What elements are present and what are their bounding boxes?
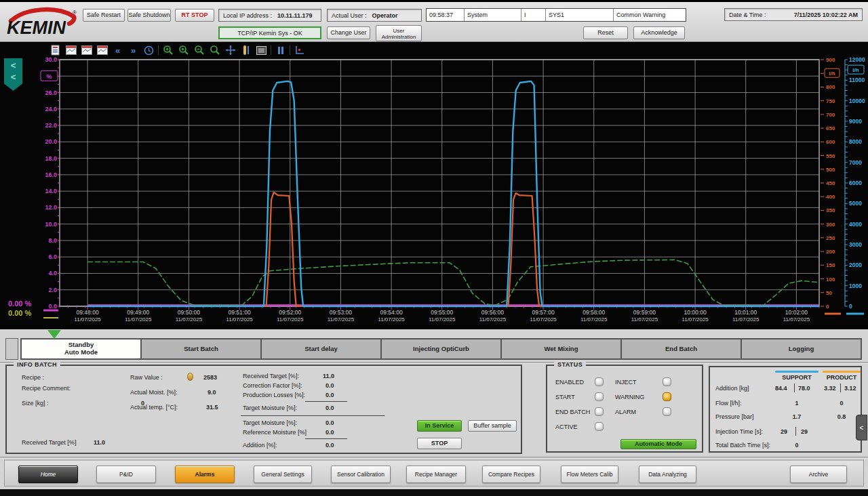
user-administration-button[interactable]: User Administration [376, 25, 422, 41]
svg-text:11/07/2025: 11/07/2025 [580, 316, 608, 323]
value-divider [794, 384, 795, 392]
trend-chart-region[interactable]: « » << 30.026.024.022.020.0 [0, 42, 868, 329]
sum-line [305, 401, 347, 402]
alarm-banner[interactable]: 09:58:37 System I SYS1 Common Warning [426, 8, 686, 22]
nav-flow-meters-calib-button[interactable]: Flow Meters Calib [561, 466, 618, 483]
hmi-screen: KEMIN ® Safe Restart Safe Shutdown RT ST… [0, 0, 868, 496]
nav-general-settings-button[interactable]: General Settings [254, 466, 312, 483]
svg-text:9000: 9000 [849, 118, 862, 125]
svg-text:09:59:00: 09:59:00 [633, 309, 656, 316]
svg-text:900: 900 [826, 57, 835, 63]
actual-user-label: Actual User : [332, 12, 367, 19]
svg-text:750: 750 [826, 98, 835, 104]
nav-recipe-manager-button[interactable]: Recipe Manager [406, 466, 466, 483]
svg-text:550: 550 [826, 153, 835, 159]
actual-temp-value: 31.5 [206, 404, 218, 411]
start-label: START [555, 394, 575, 400]
nav-home-button[interactable]: Home [18, 466, 78, 483]
svg-text:12.0: 12.0 [45, 204, 57, 211]
stop-button[interactable]: STOP [417, 438, 462, 449]
local-ip-field: Local IP address : 10.11.11.179 [218, 9, 321, 22]
svg-text:09:57:00: 09:57:00 [532, 309, 555, 316]
header-bar: KEMIN ® Safe Restart Safe Shutdown RT ST… [0, 2, 868, 42]
svg-text:11/07/2025: 11/07/2025 [783, 316, 810, 323]
svg-text:09:51:00: 09:51:00 [229, 309, 251, 316]
change-user-button[interactable]: Change User [327, 26, 370, 39]
svg-text:0.00 %: 0.00 % [8, 309, 31, 317]
calc-received-target-value: 11.0 [323, 373, 334, 379]
reset-button[interactable]: Reset [583, 26, 628, 39]
start-lamp [595, 392, 604, 401]
nav-data-analyzing-button[interactable]: Data Analyzing [639, 466, 696, 483]
svg-text:2000: 2000 [849, 262, 862, 268]
side-panel-handle[interactable]: < [856, 415, 867, 440]
svg-text:10000: 10000 [849, 98, 865, 104]
recipe-label: Recipe : [22, 374, 44, 381]
nav-archive-button[interactable]: Archive [790, 466, 847, 483]
alarm-message: Common Warning [614, 9, 686, 21]
svg-text:20.0: 20.0 [45, 138, 57, 145]
nav-alarms-button[interactable]: Alarms [175, 466, 235, 483]
recipe-comment-label: Recipe Comment: [22, 385, 71, 392]
addition-support-a: 84.4 [775, 385, 787, 392]
local-ip-value: 10.11.11.179 [277, 12, 313, 19]
reference-moisture-value: 0.0 [326, 429, 334, 436]
phase-wet-mixing: Wet Mixing [502, 339, 622, 358]
nav-pid-button[interactable]: P&ID [96, 466, 156, 483]
section-divider-line [241, 415, 384, 416]
svg-text:10.0: 10.0 [45, 221, 57, 228]
local-ip-label: Local IP address : [223, 12, 272, 19]
svg-text:6.0: 6.0 [48, 253, 57, 260]
svg-text:600: 600 [826, 139, 835, 145]
svg-text:%: % [46, 73, 52, 80]
datetime-value: 7/11/2025 10:02:22 AM [794, 12, 858, 18]
svg-text:11/07/2025: 11/07/2025 [125, 316, 152, 323]
safe-shutdown-button[interactable]: Safe Shutdown [127, 9, 171, 22]
active-lamp [595, 422, 604, 431]
injection-time-a: 29 [781, 428, 787, 435]
svg-text:11/07/2025: 11/07/2025 [631, 316, 658, 323]
svg-text:18.0: 18.0 [45, 155, 57, 162]
svg-text:50: 50 [826, 290, 832, 296]
raw-value-label: Raw Value : [130, 374, 163, 381]
svg-text:2.0: 2.0 [48, 287, 57, 293]
in-service-button[interactable]: In Service [417, 420, 462, 432]
nav-sensor-calibration-button[interactable]: Sensor Calibration [331, 466, 391, 483]
alarm-source: System [465, 9, 521, 21]
automatic-mode-button[interactable]: Automatic Mode [620, 439, 696, 449]
svg-text:10:01:00: 10:01:00 [734, 309, 757, 316]
value-divider [795, 427, 796, 436]
status-panel: STATUS ENABLED INJECT START WARNING END … [546, 365, 703, 453]
warning-lamp [663, 392, 671, 401]
actual-moist-label: Actual Moist. [%]: [130, 389, 178, 396]
phase-sequence-bar: Standby Auto Mode Start Batch Start dela… [20, 338, 862, 360]
actual-moist-value: 9.0 [208, 389, 216, 396]
production-losses-label: Production Losses [%]: [243, 392, 305, 398]
active-label: ACTIVE [555, 423, 578, 430]
svg-text:®: ® [73, 9, 77, 16]
safe-restart-button[interactable]: Safe Restart [83, 9, 125, 22]
svg-text:8000: 8000 [849, 138, 862, 145]
svg-text:11/07/2025: 11/07/2025 [530, 316, 557, 323]
acknowledge-button[interactable]: Acknowledge [633, 26, 685, 39]
flow-support: 1 [775, 400, 818, 407]
svg-text:12000: 12000 [849, 56, 865, 63]
datetime-field: Date & Time : 7/11/2025 10:02:22 AM [724, 8, 863, 21]
buffer-sample-button[interactable]: Buffer sample [468, 420, 517, 432]
divider [0, 362, 868, 364]
info-batch-panel: INFO BATCH Recipe : Recipe Comment: Size… [5, 365, 522, 454]
svg-text:450: 450 [826, 180, 835, 186]
svg-text:09:53:00: 09:53:00 [330, 309, 352, 316]
target-moisture-value: 0.0 [326, 405, 334, 411]
addition-value: 0.0 [326, 442, 334, 449]
nav-compare-recipes-button[interactable]: Compare Recipes [482, 466, 540, 483]
svg-text:11/07/2025: 11/07/2025 [74, 316, 101, 323]
rt-stop-button[interactable]: RT STOP [175, 9, 214, 22]
alarm-label: ALARM [615, 409, 636, 415]
trend-plot[interactable]: 30.026.024.022.020.018.016.014.012.010.0… [0, 42, 868, 329]
support-header: SUPPORT [775, 374, 818, 381]
svg-text:l/h: l/h [829, 70, 835, 77]
svg-text:150: 150 [826, 262, 835, 268]
target-moisture2-label: Target Moisture [%]: [243, 419, 297, 426]
bottom-navigation-bar: Home P&ID Alarms General Settings Sensor… [4, 459, 864, 487]
